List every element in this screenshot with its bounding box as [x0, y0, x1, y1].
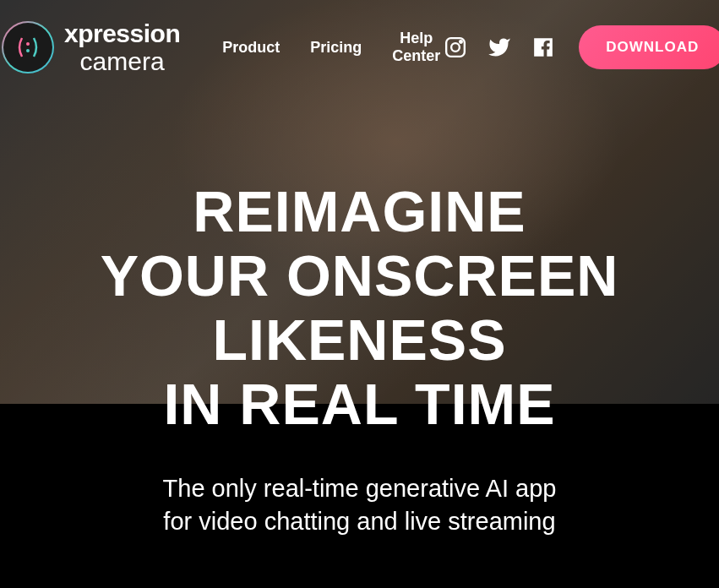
nav-product[interactable]: Product	[222, 39, 280, 57]
nav-links: Product Pricing Help Center	[222, 30, 440, 64]
svg-point-4	[460, 41, 462, 43]
download-button[interactable]: DOWNLOAD	[579, 25, 719, 69]
hero-content: REIMAGINE YOUR ONSCREEN LIKENESS IN REAL…	[0, 95, 719, 588]
hero-subtitle: The only real-time generative AI app for…	[0, 472, 719, 538]
hero-title-line3: LIKENESS	[0, 308, 719, 372]
hero-title: REIMAGINE YOUR ONSCREEN LIKENESS IN REAL…	[0, 179, 719, 437]
navbar: xpression camera Product Pricing Help Ce…	[0, 0, 719, 95]
nav-help-center[interactable]: Help Center	[392, 30, 440, 64]
facebook-icon[interactable]	[531, 35, 555, 59]
brand-line1: xpression	[64, 19, 180, 47]
hero-subtitle-line1: The only real-time generative AI app	[163, 475, 557, 502]
twitter-icon[interactable]	[488, 35, 511, 59]
hero-title-line2: YOUR ONSCREEN	[0, 243, 719, 308]
hero-title-line1: REIMAGINE	[0, 179, 719, 243]
logo-icon	[2, 21, 54, 74]
hero-subtitle-line2: for video chatting and live streaming	[163, 508, 555, 535]
svg-point-0	[26, 42, 30, 46]
instagram-icon[interactable]	[444, 35, 467, 59]
nav-help-line1: Help	[392, 30, 440, 47]
svg-point-1	[26, 49, 30, 52]
brand-line2: camera	[64, 47, 180, 75]
svg-point-3	[451, 43, 460, 52]
social-icons	[444, 35, 555, 59]
logo-mark-icon	[15, 35, 41, 60]
nav-pricing[interactable]: Pricing	[310, 39, 362, 57]
hero-title-line4: IN REAL TIME	[0, 372, 719, 436]
brand-text: xpression camera	[64, 19, 180, 75]
logo-group[interactable]: xpression camera	[2, 19, 180, 75]
nav-help-line2: Center	[392, 47, 440, 65]
